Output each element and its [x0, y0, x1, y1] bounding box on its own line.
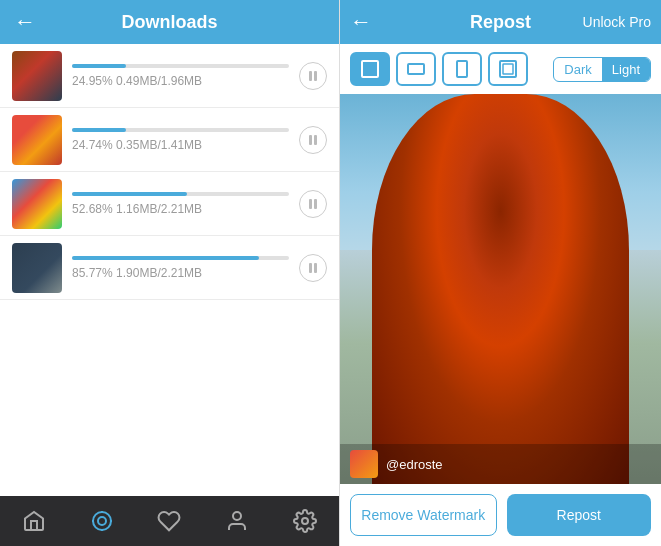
download-info: 24.74% 0.35MB/1.41MB [72, 128, 289, 152]
nav-settings-button[interactable] [285, 501, 325, 541]
svg-rect-10 [457, 61, 467, 77]
download-stats: 24.95% 0.49MB/1.96MB [72, 74, 289, 88]
bottom-nav [0, 496, 339, 546]
svg-point-6 [233, 512, 241, 520]
download-stats: 24.74% 0.35MB/1.41MB [72, 138, 289, 152]
pause-icon [309, 135, 317, 145]
nav-home-button[interactable] [14, 501, 54, 541]
download-thumbnail [12, 179, 62, 229]
watermark-avatar [350, 450, 378, 478]
progress-bar-bg [72, 128, 289, 132]
download-stats: 85.77% 1.90MB/2.21MB [72, 266, 289, 280]
back-button-right[interactable]: ← [350, 9, 372, 35]
download-info: 85.77% 1.90MB/2.21MB [72, 256, 289, 280]
downloads-title: Downloads [121, 12, 217, 33]
pause-button[interactable] [299, 62, 327, 90]
progress-bar-bg [72, 192, 289, 196]
svg-point-0 [98, 517, 106, 525]
repost-panel: ← Repost Unlock Pro [340, 0, 661, 546]
pause-button[interactable] [299, 190, 327, 218]
progress-bar-fill [72, 128, 126, 132]
download-thumbnail [12, 115, 62, 165]
hair-overlay [372, 94, 629, 484]
pause-button[interactable] [299, 126, 327, 154]
svg-point-7 [302, 518, 308, 524]
pause-button[interactable] [299, 254, 327, 282]
theme-toggle: Dark Light [553, 57, 651, 82]
repost-image [340, 94, 661, 484]
theme-dark-button[interactable]: Dark [554, 58, 601, 81]
back-button-left[interactable]: ← [14, 11, 36, 33]
download-item: 24.74% 0.35MB/1.41MB [0, 108, 339, 172]
progress-bar-fill [72, 192, 187, 196]
download-thumbnail [12, 51, 62, 101]
downloads-header: ← Downloads [0, 0, 339, 44]
frame-button-portrait[interactable] [442, 52, 482, 86]
svg-rect-9 [408, 64, 424, 74]
svg-rect-8 [362, 61, 378, 77]
unlock-pro-button[interactable]: Unlock Pro [583, 14, 651, 30]
download-stats: 52.68% 1.16MB/2.21MB [72, 202, 289, 216]
repost-header: ← Repost Unlock Pro [340, 0, 661, 44]
repost-image-container: @edroste [340, 94, 661, 484]
remove-watermark-button[interactable]: Remove Watermark [350, 494, 497, 536]
downloads-list: 24.95% 0.49MB/1.96MB 24.74% 0.35MB/1.41M… [0, 44, 339, 496]
download-info: 24.95% 0.49MB/1.96MB [72, 64, 289, 88]
watermark-username: @edroste [386, 457, 443, 472]
nav-explore-button[interactable] [82, 501, 122, 541]
svg-rect-12 [503, 64, 513, 74]
download-item: 24.95% 0.49MB/1.96MB [0, 44, 339, 108]
repost-title: Repost [470, 12, 531, 33]
progress-bar-bg [72, 64, 289, 68]
pause-icon [309, 199, 317, 209]
frame-selector: Dark Light [340, 44, 661, 94]
nav-profile-button[interactable] [217, 501, 257, 541]
theme-light-button[interactable]: Light [602, 58, 650, 81]
frame-button-framed[interactable] [488, 52, 528, 86]
download-item: 85.77% 1.90MB/2.21MB [0, 236, 339, 300]
watermark-bar: @edroste [340, 444, 661, 484]
frame-button-landscape[interactable] [396, 52, 436, 86]
download-info: 52.68% 1.16MB/2.21MB [72, 192, 289, 216]
action-buttons: Remove Watermark Repost [340, 484, 661, 546]
progress-bar-bg [72, 256, 289, 260]
svg-point-1 [93, 512, 111, 530]
pause-icon [309, 263, 317, 273]
download-item: 52.68% 1.16MB/2.21MB [0, 172, 339, 236]
nav-likes-button[interactable] [149, 501, 189, 541]
frame-button-full[interactable] [350, 52, 390, 86]
progress-bar-fill [72, 64, 126, 68]
progress-bar-fill [72, 256, 259, 260]
repost-button[interactable]: Repost [507, 494, 652, 536]
download-thumbnail [12, 243, 62, 293]
downloads-panel: ← Downloads 24.95% 0.49MB/1.96MB [0, 0, 340, 546]
pause-icon [309, 71, 317, 81]
